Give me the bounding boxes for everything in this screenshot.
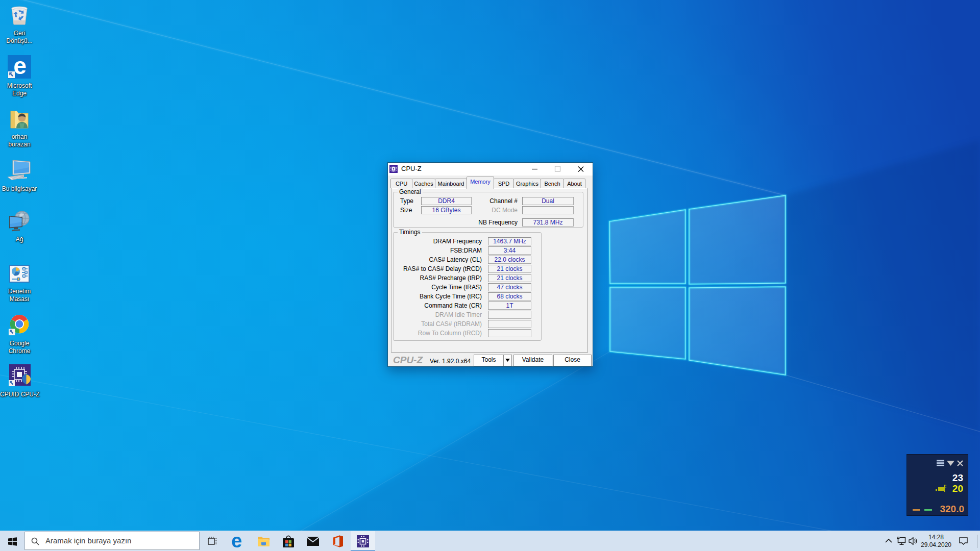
svg-text:e: e [13,55,27,79]
